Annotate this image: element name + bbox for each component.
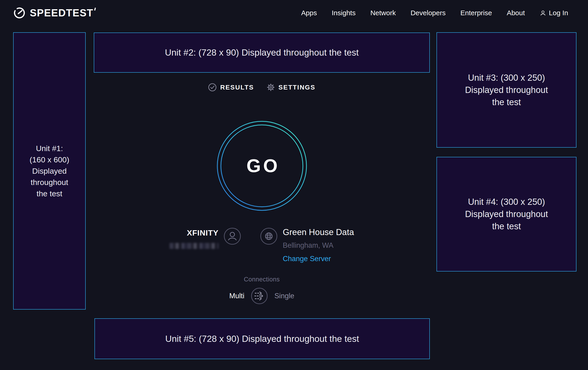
ad-text-line: the test: [492, 220, 521, 232]
user-icon: [540, 10, 546, 16]
ad-unit-3: Unit #3: (300 x 250) Displayed throughou…: [437, 32, 577, 148]
ad-text-line: Unit #3: (300 x 250): [468, 72, 545, 84]
connections-toggle-row: Multi Single: [94, 287, 430, 304]
change-server-link[interactable]: Change Server: [283, 255, 331, 263]
ad-unit-4: Unit #4: (300 x 250) Displayed throughou…: [437, 157, 577, 271]
connections-toggle-icon[interactable]: [251, 287, 268, 304]
tab-settings-label: SETTINGS: [279, 84, 315, 91]
server-location: Bellingham, WA: [283, 241, 333, 250]
tab-results-label: RESULTS: [220, 84, 254, 91]
go-button[interactable]: GO: [217, 121, 307, 211]
tabs-row: RESULTS SETTINGS: [94, 83, 430, 91]
gauge-icon: [13, 6, 26, 20]
server-info: Green House Data Bellingham, WA Change S…: [260, 225, 354, 263]
ad-text-line: (160 x 600): [30, 154, 69, 165]
logo-text: SPEEDTEST: [30, 7, 96, 19]
ad-unit-1: Unit #1: (160 x 600) Displayed throughou…: [13, 32, 86, 310]
ad-text: Unit #5: (728 x 90) Displayed throughout…: [165, 334, 359, 344]
ad-text-line: Displayed throughout: [465, 208, 548, 220]
speedtest-logo[interactable]: SPEEDTEST: [13, 6, 96, 20]
ad-text-line: the test: [492, 96, 521, 109]
ad-text-line: Displayed throughout: [465, 84, 548, 96]
check-circle-icon: [208, 83, 217, 91]
ad-text-line: Displayed: [32, 165, 66, 177]
ad-text: Unit #2: (728 x 90) Displayed throughout…: [165, 48, 359, 58]
nav-item-apps[interactable]: Apps: [301, 9, 317, 17]
connections-single-label[interactable]: Single: [274, 292, 294, 300]
globe-icon: [260, 228, 278, 245]
nav-item-about[interactable]: About: [507, 9, 525, 17]
ad-unit-2: Unit #2: (728 x 90) Displayed throughout…: [94, 32, 430, 73]
tab-settings[interactable]: SETTINGS: [266, 83, 315, 91]
go-section: GO: [94, 121, 430, 211]
nav-items: Apps Insights Network Developers Enterpr…: [301, 9, 568, 17]
server-name: Green House Data: [283, 228, 354, 237]
ad-text-line: Unit #4: (300 x 250): [468, 196, 545, 208]
connections-multi-label[interactable]: Multi: [229, 292, 244, 300]
masked-ip: [169, 243, 219, 249]
ad-text-line: throughout: [31, 177, 68, 188]
go-label: GO: [217, 121, 307, 211]
nav-item-network[interactable]: Network: [370, 9, 396, 17]
ad-unit-5: Unit #5: (728 x 90) Displayed throughout…: [94, 318, 430, 359]
isp-info: XFINITY: [169, 225, 241, 249]
tab-results[interactable]: RESULTS: [208, 83, 254, 91]
top-nav-bar: SPEEDTEST Apps Insights Network Develope…: [0, 0, 588, 26]
isp-name: XFINITY: [187, 228, 219, 237]
nav-item-insights[interactable]: Insights: [332, 9, 356, 17]
connections-title: Connections: [244, 276, 280, 283]
nav-item-enterprise[interactable]: Enterprise: [460, 9, 492, 17]
nav-item-developers[interactable]: Developers: [411, 9, 446, 17]
provider-row: XFINITY: [94, 225, 430, 263]
connections-section: Connections: [94, 276, 430, 283]
gear-icon: [266, 83, 275, 91]
login-button[interactable]: Log In: [540, 9, 568, 17]
trademark-tick: [94, 8, 96, 11]
ad-text-line: the test: [36, 188, 62, 199]
ad-text-line: Unit #1:: [36, 143, 63, 154]
person-icon: [224, 228, 241, 245]
